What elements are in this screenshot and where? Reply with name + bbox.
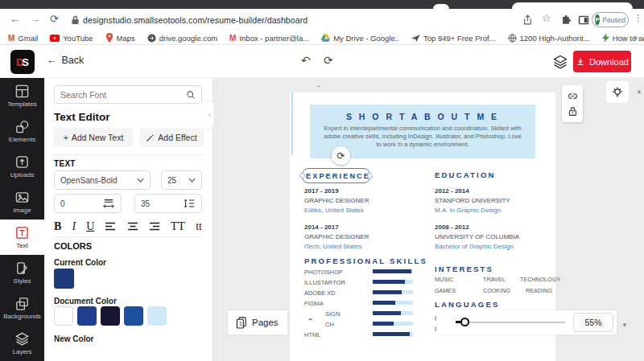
link-icon[interactable]	[568, 91, 578, 101]
letter-spacing-input[interactable]: 0	[54, 194, 122, 213]
sidebar-item-image[interactable]: Image	[0, 184, 44, 219]
underline-button[interactable]: U	[86, 220, 94, 233]
zoom-slider-thumb[interactable]	[460, 318, 469, 326]
design-canvas[interactable]: S H O R T A B O U T M E Expert in interd…	[213, 78, 644, 361]
profile-chip[interactable]: P Paused	[592, 12, 629, 27]
uppercase-button[interactable]: TT	[171, 219, 185, 233]
divider	[54, 154, 202, 155]
lock-icon[interactable]	[568, 106, 578, 117]
selection-handle-left[interactable]	[299, 173, 305, 178]
interest-item: TECHNOLOGY	[520, 276, 560, 283]
skill-bar	[373, 311, 413, 315]
add-new-text-button[interactable]: +Add New Text	[54, 128, 133, 147]
app-logo[interactable]: DS	[10, 50, 35, 74]
education-org: M.A. in Graphic Design	[435, 207, 501, 214]
sidebar-item-text[interactable]: Text	[0, 219, 44, 255]
experience-role: GRAPHIC DESIGNER	[304, 233, 369, 240]
interest-item: TRAVEL	[483, 276, 505, 283]
bookmark-my-drive[interactable]: My Drive - Google..	[321, 34, 399, 43]
bookmark-youtube[interactable]: YouTube	[50, 34, 93, 43]
sidebar-item-layers[interactable]: Layers	[0, 326, 44, 361]
education-heading: EDUCATION	[435, 170, 496, 179]
undo-icon[interactable]: ↶	[301, 54, 311, 67]
bookmark-star-icon[interactable]: ☆	[542, 12, 551, 24]
styles-icon	[14, 260, 30, 276]
bookmark-maps[interactable]: Maps	[105, 33, 135, 43]
layers-icon[interactable]	[552, 54, 568, 70]
svg-text:1: 1	[239, 321, 242, 326]
skill-label: ILLUSTARTOR	[304, 279, 345, 286]
doc-color-swatch[interactable]	[124, 306, 143, 326]
bold-button[interactable]: B	[54, 220, 61, 233]
sidebar-item-uploads[interactable]: Uploads	[0, 149, 44, 184]
italic-button[interactable]: I	[72, 220, 76, 233]
education-period: 2008 - 2012	[435, 224, 469, 231]
doc-color-swatch[interactable]	[101, 306, 120, 326]
browser-menu-icon[interactable]: ⋮	[634, 13, 642, 23]
plus-icon: +	[64, 133, 68, 142]
interest-item: READING	[526, 287, 552, 294]
bookmark-top949[interactable]: Top 949+ Free Prof...	[411, 34, 496, 43]
reload-icon[interactable]: ⟳	[50, 13, 59, 25]
doc-color-swatch[interactable]	[54, 306, 73, 326]
share-icon[interactable]	[522, 14, 534, 26]
scrollbar-up-icon[interactable]: ▲	[636, 88, 642, 95]
profile-avatar: P	[595, 14, 600, 25]
scroll-up-caret: ⌃	[316, 84, 322, 92]
add-effect-button[interactable]: Add Effect	[139, 128, 204, 147]
bookmark-1200-high[interactable]: 1200 High-Authorit...	[508, 34, 590, 43]
tips-box[interactable]	[606, 81, 629, 103]
sidebar-item-styles[interactable]: Styles	[0, 255, 44, 290]
about-body: Expert in interdepartmental communicatio…	[321, 125, 524, 149]
back-nav-icon[interactable]: ←	[10, 13, 20, 25]
document-color-swatches	[54, 306, 167, 326]
language-stub	[435, 326, 436, 331]
text-section-label: TEXT	[54, 159, 76, 168]
doc-color-swatch[interactable]	[147, 306, 167, 326]
align-center-icon[interactable]	[127, 222, 138, 231]
redo-icon[interactable]: ⟳	[324, 54, 333, 67]
zoom-slider-track[interactable]	[456, 322, 565, 323]
url-text[interactable]: designstudio.smallseotools.com/resume-bu…	[83, 15, 308, 25]
font-size-select[interactable]: 25	[161, 170, 202, 190]
bookmark-drive-link[interactable]: drive.google.com	[147, 34, 217, 43]
sidebar-item-templates[interactable]: Templates	[0, 78, 44, 113]
pages-button[interactable]: 1 Pages	[228, 310, 287, 334]
current-color-swatch[interactable]	[54, 269, 74, 289]
bookmarks-overflow-icon[interactable]: »	[633, 33, 638, 42]
backgrounds-icon	[14, 296, 30, 311]
forward-nav-icon[interactable]: →	[30, 13, 40, 25]
languages-heading: LANGUAGES	[435, 300, 500, 309]
bookmark-inbox[interactable]: MInbox - partner@la...	[229, 34, 309, 43]
scrollbar-down-icon[interactable]: ▼	[621, 322, 628, 329]
line-height-input[interactable]: 35	[134, 194, 202, 213]
align-left-icon[interactable]	[105, 222, 116, 231]
layers-stack-icon	[14, 331, 30, 347]
search-input[interactable]	[60, 90, 186, 100]
skill-label: PHOTOSHOP	[304, 269, 343, 276]
bookmark-how-to-add[interactable]: How to add your re...	[602, 33, 644, 43]
font-search-box[interactable]	[54, 85, 202, 104]
sidebar-item-elements[interactable]: Elements	[0, 113, 44, 149]
collapse-caret[interactable]: ⌃	[307, 317, 314, 327]
rotate-handle[interactable]: ⟳	[332, 146, 350, 165]
bookmarks-bar: MGmail YouTube Maps drive.google.com MIn…	[0, 31, 644, 45]
side-panel-icon[interactable]	[578, 14, 589, 26]
selected-text-element[interactable]: EXPERIENCE	[302, 168, 370, 183]
floating-tools	[562, 85, 583, 122]
education-period: 2012 - 2014	[435, 187, 469, 195]
download-button[interactable]: Download	[573, 51, 631, 72]
effect-wand-icon	[146, 133, 155, 142]
selection-handle-right[interactable]	[367, 173, 373, 178]
align-right-icon[interactable]	[149, 222, 160, 231]
lowercase-button[interactable]: tt	[196, 220, 202, 233]
sidebar-item-backgrounds[interactable]: Backgrounds	[0, 290, 44, 326]
language-stub	[435, 316, 436, 321]
font-family-select[interactable]: OpenSans-Bold	[54, 170, 151, 190]
extensions-puzzle-icon[interactable]	[560, 14, 572, 26]
doc-color-swatch[interactable]	[77, 306, 97, 326]
about-title: S H O R T A B O U T M E	[310, 112, 535, 121]
globe-icon	[508, 34, 517, 43]
back-button[interactable]: ←Back	[47, 55, 84, 66]
bookmark-gmail[interactable]: MGmail	[8, 34, 38, 43]
